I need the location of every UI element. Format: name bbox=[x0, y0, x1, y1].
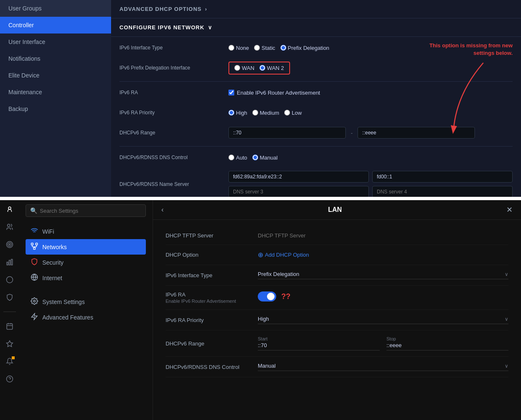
radio-wan[interactable]: WAN bbox=[234, 65, 254, 71]
dhcpv6-stop-value: ::eeee bbox=[386, 342, 508, 350]
help-icon[interactable] bbox=[5, 374, 15, 384]
dhcpv6-end-input[interactable] bbox=[358, 127, 475, 139]
sidebar-item-elite-device[interactable]: Elite Device bbox=[0, 67, 111, 84]
dhcpv6-start-input[interactable] bbox=[228, 127, 346, 139]
ipv6-ra-checkbox-input[interactable] bbox=[228, 90, 234, 95]
sidebar-item-user-interface[interactable]: User Interface bbox=[0, 33, 111, 50]
sidebar-item-notifications[interactable]: Notifications bbox=[0, 50, 111, 67]
sidebar-item-maintenance[interactable]: Maintenance bbox=[0, 84, 111, 100]
dns-control-dropdown[interactable]: Manual ∨ bbox=[258, 363, 508, 371]
radio-low-input[interactable] bbox=[284, 110, 290, 116]
radio-wan-input[interactable] bbox=[234, 65, 240, 71]
dns2-input[interactable] bbox=[372, 171, 513, 183]
nav-item-security-label: Security bbox=[42, 259, 64, 266]
dhcp-tftp-input[interactable] bbox=[258, 232, 508, 239]
svg-marker-14 bbox=[6, 341, 13, 347]
ipv6-ra-priority-value: High bbox=[258, 316, 269, 322]
dns4-input[interactable] bbox=[372, 186, 513, 197]
search-input[interactable] bbox=[40, 208, 141, 214]
radio-low[interactable]: Low bbox=[284, 110, 302, 116]
ipv6-interface-dropdown[interactable]: Prefix Delegation ∨ bbox=[258, 271, 508, 279]
radio-static[interactable]: Static bbox=[254, 45, 275, 51]
bar-chart-icon[interactable] bbox=[5, 257, 15, 267]
radio-prefix-input[interactable] bbox=[280, 45, 286, 51]
radio-wan-label: WAN bbox=[242, 65, 254, 71]
prefix-delegation-label: IPv6 Prefix Delegation Interface bbox=[119, 65, 228, 71]
nav-item-advanced-features[interactable]: Advanced Features bbox=[26, 309, 146, 325]
dns-name-server-row: DHCPv6/RDNSS Name Server bbox=[119, 171, 513, 197]
panel-title: LAN bbox=[328, 206, 342, 214]
notification-icon[interactable] bbox=[5, 204, 15, 214]
nav-item-internet[interactable]: Internet bbox=[26, 270, 146, 286]
radio-auto[interactable]: Auto bbox=[228, 155, 247, 161]
plus-circle-icon: ⊕ bbox=[258, 251, 263, 259]
ipv6-ra-checkbox[interactable]: Enable IPv6 Router Advertisement bbox=[228, 90, 320, 96]
close-button[interactable]: ✕ bbox=[506, 205, 513, 214]
add-dhcp-button[interactable]: ⊕ Add DHCP Option bbox=[258, 251, 309, 259]
nav-item-networks[interactable]: Networks bbox=[26, 239, 146, 255]
dns-name-server-controls bbox=[228, 171, 513, 197]
panel-ipv6-ra-label: IPv6 RA Enable IPv6 Router Advertisement bbox=[166, 291, 258, 304]
radio-auto-input[interactable] bbox=[228, 155, 234, 160]
search-box[interactable]: 🔍 bbox=[26, 204, 146, 217]
bell-icon[interactable] bbox=[5, 356, 15, 366]
radio-medium[interactable]: Medium bbox=[252, 110, 279, 116]
svg-point-2 bbox=[7, 224, 10, 227]
sidebar-item-user-groups[interactable]: User Groups bbox=[0, 0, 111, 17]
search-icon: 🔍 bbox=[30, 207, 37, 214]
wifi-icon bbox=[31, 227, 38, 236]
radio-wan2[interactable]: WAN 2 bbox=[259, 65, 284, 71]
back-button[interactable]: ‹ bbox=[161, 206, 163, 214]
radio-none-label: None bbox=[236, 45, 249, 51]
sidebar-item-backup[interactable]: Backup bbox=[0, 100, 111, 117]
radio-none[interactable]: None bbox=[228, 45, 249, 51]
ipv6-ra-toggle[interactable] bbox=[258, 291, 276, 301]
radio-prefix-label: Prefix Delegation bbox=[288, 45, 329, 51]
svg-point-24 bbox=[34, 300, 36, 302]
ipv6-ra-priority-arrow-icon: ∨ bbox=[505, 316, 508, 322]
dns1-input[interactable] bbox=[228, 171, 369, 183]
ipv6-ra-priority-dropdown[interactable]: High ∨ bbox=[258, 316, 508, 324]
calendar-icon[interactable] bbox=[5, 321, 15, 331]
annotation-text: This option is missing from new settings… bbox=[429, 42, 513, 56]
dns3-input[interactable] bbox=[228, 186, 369, 197]
panel-ipv6-interface-control[interactable]: Prefix Delegation ∨ bbox=[258, 271, 508, 279]
target-icon[interactable] bbox=[5, 240, 15, 250]
dhcp-tftp-control[interactable] bbox=[258, 232, 508, 239]
panel-dns-control-control[interactable]: Manual ∨ bbox=[258, 363, 508, 371]
dns-control-arrow-icon: ∨ bbox=[505, 363, 508, 369]
add-dhcp-label: Add DHCP Option bbox=[265, 252, 309, 258]
sidebar-divider bbox=[3, 312, 16, 312]
radio-medium-label: Medium bbox=[260, 110, 279, 116]
prefix-delegation-row: IPv6 Prefix Delegation Interface WAN WAN… bbox=[119, 61, 513, 75]
svg-point-9 bbox=[6, 277, 13, 283]
advanced-dhcp-header[interactable]: ADVANCED DHCP OPTIONS › bbox=[111, 0, 521, 18]
panel-form: DHCP TFTP Server DHCP Option ⊕ Add DHCP … bbox=[153, 220, 521, 384]
dhcp-option-label: DHCP Option bbox=[166, 252, 258, 258]
radio-high[interactable]: High bbox=[228, 110, 247, 116]
radio-manual-input[interactable] bbox=[252, 155, 258, 160]
svg-point-4 bbox=[8, 243, 11, 247]
shield-icon-sidebar[interactable] bbox=[5, 292, 15, 302]
panel-ipv6-ra-priority-control[interactable]: High ∨ bbox=[258, 316, 508, 324]
ipv6-ra-row: IPv6 RA Enable IPv6 Router Advertisement bbox=[119, 86, 513, 99]
panel-dns-control-row: DHCPv6/RDNSS DNS Control Manual ∨ bbox=[166, 357, 508, 377]
nav-item-system-settings[interactable]: System Settings bbox=[26, 294, 146, 309]
radio-high-input[interactable] bbox=[228, 110, 234, 116]
nav-item-security[interactable]: Security bbox=[26, 255, 146, 270]
sidebar-item-controller[interactable]: Controller bbox=[0, 17, 111, 33]
radio-manual[interactable]: Manual bbox=[252, 155, 278, 161]
star-icon[interactable] bbox=[5, 339, 15, 349]
radio-none-input[interactable] bbox=[228, 45, 234, 51]
radio-static-input[interactable] bbox=[254, 45, 260, 51]
nav-group-main: WiFi Networks Security Int bbox=[26, 224, 146, 286]
radio-wan2-input[interactable] bbox=[259, 65, 265, 71]
configure-ipv6-header[interactable]: CONFIGURE IPV6 NETWORK ∨ bbox=[111, 18, 521, 37]
radio-medium-input[interactable] bbox=[252, 110, 258, 116]
users-icon[interactable] bbox=[5, 222, 15, 232]
circle-icon[interactable] bbox=[5, 275, 15, 285]
radio-prefix-delegation[interactable]: Prefix Delegation bbox=[280, 45, 329, 51]
dns-control-controls: Auto Manual bbox=[228, 155, 513, 161]
nav-item-wifi[interactable]: WiFi bbox=[26, 224, 146, 239]
toggle-slider bbox=[258, 291, 276, 301]
